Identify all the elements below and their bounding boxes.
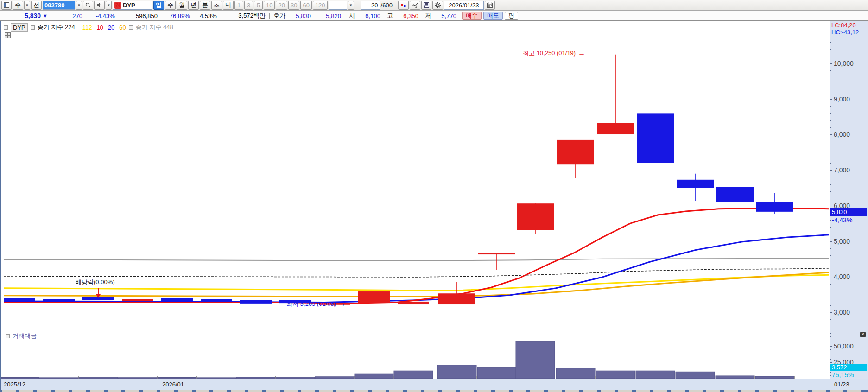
button-minute-5[interactable]: 5 (254, 1, 263, 10)
button-minute-20[interactable]: 20 (276, 1, 287, 10)
axis-minor-tick (830, 113, 831, 114)
axis-minor-tick (830, 263, 831, 263)
axis-minor-tick (830, 372, 831, 373)
price-change-pct: -4.43% (82, 13, 115, 19)
chart-date-input[interactable]: 2026/01/23 (444, 1, 484, 10)
volume-bar-7 (276, 377, 315, 379)
current-change-pct: -4,43% (832, 216, 852, 224)
axis-label-10,000: 10,000 (834, 60, 854, 67)
bar-count-input[interactable]: 20 (361, 1, 380, 10)
tab-period-틱[interactable]: 틱 (223, 1, 234, 10)
sell-button[interactable]: 매도 (483, 12, 503, 20)
candle-style-button[interactable] (398, 1, 409, 10)
dividend-annotation: 배당락(0.00%) (76, 278, 115, 286)
axis-minor-tick (830, 220, 831, 221)
volume-bar-3 (118, 378, 157, 379)
volume-pane-close-icon[interactable]: ✕ (860, 332, 866, 337)
stock-name-field[interactable]: 경 DYP (113, 1, 152, 10)
volume-bar-4 (158, 377, 196, 379)
stock-type-button[interactable]: 주 (13, 1, 23, 10)
layout-panel-icon[interactable] (1, 1, 12, 10)
volume-bar-19 (755, 376, 794, 379)
settings-button[interactable] (432, 1, 443, 10)
axis-minor-tick (830, 305, 831, 306)
code-dropdown[interactable]: ▼ (76, 1, 82, 10)
buy-button[interactable]: 매수 (462, 12, 482, 20)
legend-checkbox-icon[interactable] (129, 25, 133, 30)
index-line-종가 지수 448 (4, 258, 829, 260)
quote-info-bar: 5,830 ▼ 270 -4.43% 596,850 76.89% 4.53% … (0, 11, 868, 21)
bar-count-max: /600 (381, 2, 393, 9)
axis-major-tick (830, 206, 832, 206)
lc-value: LC:84,20 (831, 22, 856, 29)
axis-label-4,000: 4,000 (834, 273, 850, 280)
axis-minor-tick (830, 343, 831, 343)
volume-bar-6 (236, 377, 275, 379)
axis-minor-tick (830, 270, 831, 270)
legend-checkbox-icon[interactable] (31, 25, 35, 30)
interval-select[interactable] (329, 1, 347, 10)
axis-minor-tick (830, 78, 831, 78)
volume-bar-18 (716, 376, 754, 379)
candle-body-19 (756, 202, 793, 212)
ma-line-60 (4, 272, 829, 297)
minute-button-group: 13510203060120 (234, 1, 328, 10)
stock-type-dropdown[interactable]: ▼ (24, 1, 30, 10)
button-minute-3[interactable]: 3 (244, 1, 253, 10)
axis-major-tick (830, 99, 832, 100)
button-minute-10[interactable]: 10 (264, 1, 275, 10)
candlestick-icon (400, 2, 406, 8)
axis-minor-tick (830, 85, 831, 85)
calendar-button[interactable] (485, 1, 495, 10)
panel-icon (4, 2, 9, 8)
bottom-toolbar-strip (0, 390, 868, 392)
grid-tool-icon[interactable] (5, 32, 11, 38)
legend-checkbox-icon[interactable] (4, 25, 8, 30)
sound-dropdown[interactable]: ▼ (106, 1, 112, 10)
stock-code-input[interactable]: 092780 (43, 1, 75, 10)
avg-button[interactable]: 평 (505, 12, 518, 20)
legend-stock-tag[interactable]: DYP (11, 23, 28, 32)
button-minute-1[interactable]: 1 (234, 1, 243, 10)
price-chart-svg (0, 21, 830, 330)
candle-body-5 (201, 299, 232, 302)
tab-period-년[interactable]: 년 (188, 1, 199, 10)
axis-label-5,000: 5,000 (834, 238, 850, 245)
axis-minor-tick (830, 298, 831, 298)
tab-period-초[interactable]: 초 (211, 1, 222, 10)
bottom-toolbar-buttons[interactable] (2, 390, 864, 392)
divider (345, 13, 345, 19)
axis-label-7,000: 7,000 (834, 166, 850, 174)
save-button[interactable] (421, 1, 431, 10)
candle-body-12 (478, 253, 515, 255)
jeon-button[interactable]: 전 (31, 1, 42, 10)
sound-button[interactable] (94, 1, 105, 10)
axis-minor-tick (830, 142, 831, 142)
search-button[interactable] (83, 1, 93, 10)
line-style-button[interactable] (410, 1, 420, 10)
legend-ma-10: 10 (96, 24, 103, 31)
volume-bar-10 (394, 371, 433, 379)
button-minute-120[interactable]: 120 (313, 1, 328, 10)
tab-period-주[interactable]: 주 (165, 1, 176, 10)
volume-bar-13 (516, 341, 555, 379)
pane-divider[interactable] (0, 330, 868, 330)
tab-period-분[interactable]: 분 (200, 1, 210, 10)
axis-label-50,000: 50,000 (834, 342, 854, 350)
volume-bar-8 (315, 377, 354, 379)
current-volume-badge: 3,572 (830, 364, 867, 371)
legend-checkbox-icon[interactable] (6, 334, 10, 338)
open-price: 6,100 (355, 13, 380, 19)
button-minute-60[interactable]: 60 (300, 1, 311, 10)
interval-dropdown[interactable]: ▼ (348, 1, 354, 10)
candle-body-4 (161, 298, 193, 301)
axis-minor-tick (830, 177, 831, 177)
calendar-icon (487, 2, 493, 8)
axis-major-tick (830, 241, 832, 242)
axis-major-tick (830, 312, 832, 313)
tab-period-월[interactable]: 월 (177, 1, 187, 10)
legend-ma-60: 60 (119, 24, 126, 31)
button-minute-30[interactable]: 30 (288, 1, 299, 10)
ask-price: 5,830 (285, 13, 311, 19)
tab-period-일[interactable]: 일 (153, 1, 164, 10)
